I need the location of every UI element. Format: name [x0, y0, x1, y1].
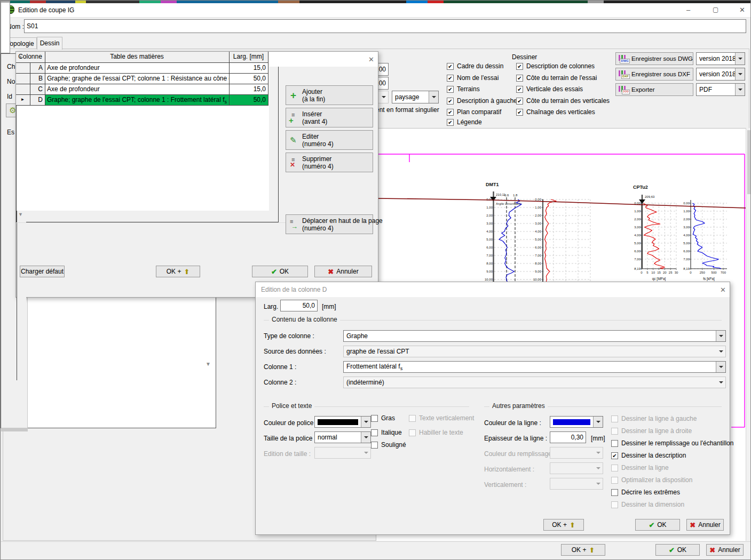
dialog1-annuler-button-x-icon: ✖ [328, 268, 334, 276]
side-button-editer[interactable]: ✎Editer(numéro 4) [286, 130, 373, 150]
field-combo-1[interactable]: graphe de l'essai CPT [343, 346, 726, 357]
dialog2-close-icon[interactable]: ✕ [720, 286, 726, 294]
orientation-combo-dropdown-icon [429, 91, 438, 103]
export-format-combo-0[interactable]: version 2018 [696, 52, 745, 65]
table-scrollbar[interactable]: ▲▼ [17, 211, 26, 380]
svg-text:3,00: 3,00 [486, 222, 493, 225]
side-button-deplacer[interactable]: ≡→Déplacer en haut de la page(numéro 4) [286, 214, 373, 234]
field-combo-2[interactable]: Frottement latéral fs [343, 361, 726, 373]
autres-combo-3-dropdown-icon [594, 463, 603, 474]
police-group-title: Police et texte [269, 402, 314, 410]
dialog1-ok-button[interactable]: ✔OK [252, 266, 308, 277]
svg-text:6,00: 6,00 [486, 246, 493, 249]
charger-defaut-button[interactable]: Charger défaut [20, 266, 65, 277]
dessiner-opt-2-checkbox[interactable] [611, 440, 618, 447]
dessiner-opt-3-checkbox[interactable]: ✔ [611, 452, 618, 459]
dessiner-1-checkbox[interactable]: ✔ [447, 75, 454, 82]
row-width-cell[interactable]: 50,0 [230, 95, 268, 106]
larg-input[interactable] [280, 300, 318, 311]
svg-text:7,00: 7,00 [486, 254, 493, 257]
svg-text:9,00: 9,00 [535, 270, 541, 273]
autres-group-title: Autres paramètres [489, 402, 548, 410]
table-scroll-up-icon[interactable]: ▲ [18, 54, 23, 59]
export-button-0[interactable]: DWGEnregistrer sous DWG [615, 52, 693, 65]
row-width-cell[interactable]: 15,0 [230, 63, 268, 74]
dialog1-close-icon[interactable]: ✕ [368, 55, 374, 63]
svg-text:8,00: 8,00 [535, 262, 541, 265]
svg-text:4,00: 4,00 [486, 230, 493, 233]
row-marker-cell [16, 84, 30, 95]
main-okplus-button-label: OK + [572, 546, 587, 554]
row-desc-cell[interactable]: Axe de profondeur [45, 84, 230, 95]
autres-combo-4-dropdown-icon [594, 478, 603, 489]
export-button-1[interactable]: DXFEnregistrer sous DXF [615, 68, 693, 81]
list-plus-icon: ≡+ [289, 112, 299, 124]
tab-dessin[interactable]: Dessin [37, 37, 62, 50]
couleur-ligne-combo[interactable] [550, 416, 603, 428]
main-ok-button[interactable]: ✔OK [655, 544, 700, 556]
couleur-police-combo[interactable] [314, 416, 371, 428]
svg-text:0,6: 0,6 [504, 194, 509, 197]
style-souligné-checkbox[interactable] [371, 442, 378, 449]
export-button-label: Enregistrer sous DWG [631, 55, 693, 62]
row-width-cell[interactable]: 15,0 [230, 84, 268, 95]
dessiner-0-checkbox[interactable]: ✔ [447, 63, 454, 70]
export-button-2[interactable]: ???Exporter [615, 83, 693, 96]
side-button-label: Déplacer en haut de la page(numéro 4) [302, 217, 383, 232]
svg-text:5,00: 5,00 [535, 238, 541, 241]
svg-text:0: 0 [690, 271, 692, 274]
row-letter-cell: B [30, 74, 45, 84]
orientation-combo[interactable]: paysage [392, 91, 439, 103]
side-button-inserer[interactable]: ≡+Insérer(avant 4) [286, 108, 373, 127]
dessiner-2-checkbox[interactable]: ✔ [447, 86, 454, 93]
side-button-supprimer[interactable]: ≡✕Supprimer(numéro 4) [286, 153, 373, 172]
dialog2-title: Edition de la colonne D [261, 286, 327, 293]
dialog1-okplus-button[interactable]: OK +⬆ [156, 266, 200, 277]
style-italique-checkbox[interactable] [371, 429, 378, 436]
taille-police-combo[interactable]: normal [314, 431, 371, 443]
couleur-ligne-combo-dropdown-icon [593, 417, 603, 427]
edition-taille-combo [314, 447, 371, 459]
side-button-ajouter[interactable]: +Ajouter(à la fin) [286, 85, 373, 105]
dialog2-ok-button[interactable]: ✔OK [635, 519, 680, 531]
dessiner-b-3-checkbox[interactable]: ✔ [516, 98, 523, 105]
dialog2-annuler-button[interactable]: ✖Annuler [686, 519, 724, 531]
dessiner-b-2-checkbox[interactable]: ✔ [516, 86, 523, 93]
svg-text:30: 30 [675, 271, 678, 274]
canvas-scrollbar[interactable] [746, 128, 751, 541]
row-desc-cell[interactable]: Graphe; graphe de l'essai CPT; colonne 1… [45, 74, 230, 84]
dessiner-4-checkbox[interactable]: ✔ [447, 109, 454, 116]
dialog1-annuler-button[interactable]: ✖Annuler [314, 266, 372, 277]
row-desc-cell[interactable]: Graphe; graphe de l'essai CPT; colonne 1… [45, 95, 230, 106]
export-format-combo-1-dropdown-icon [735, 68, 745, 80]
field-combo-3[interactable]: (indéterminé) [343, 377, 726, 388]
dessiner-b-1-checkbox[interactable]: ✔ [516, 75, 523, 82]
svg-text:5,00: 5,00 [486, 238, 493, 241]
dessiner-b-0-checkbox[interactable]: ✔ [516, 63, 523, 70]
dessiner-3-checkbox[interactable]: ✔ [447, 98, 454, 105]
dessiner-5-checkbox[interactable]: ✔ [447, 119, 454, 126]
list-scroll-down-icon[interactable]: ▼ [205, 361, 211, 367]
epaisseur-ligne-input[interactable] [550, 431, 586, 443]
dessiner-opt-6-checkbox[interactable] [611, 489, 618, 496]
svg-text:4,00: 4,00 [535, 230, 541, 233]
style-gras-checkbox[interactable] [371, 415, 378, 422]
row-desc-cell[interactable]: Axe de profondeur [45, 63, 230, 74]
dessiner-b-4-checkbox[interactable]: ✔ [516, 109, 523, 116]
export-format-combo-1[interactable]: version 2018 [696, 68, 745, 81]
main-okplus-button[interactable]: OK +⬆ [561, 544, 605, 556]
row-width-cell[interactable]: 50,0 [230, 74, 268, 84]
row-letter-cell: A [30, 63, 45, 74]
dialog2-okplus-button[interactable]: OK +⬆ [543, 519, 584, 531]
export-format-combo-2[interactable]: PDF [696, 83, 745, 96]
export-button-label: Exporter [631, 86, 654, 93]
canvas-scrollbar-thumb[interactable] [747, 130, 751, 194]
svg-text:3,00: 3,00 [683, 226, 690, 229]
cross-icon: ≡✕ [289, 157, 299, 169]
export-button-label: Enregistrer sous DXF [631, 71, 690, 77]
main-annuler-button[interactable]: ✖Annuler [706, 544, 744, 556]
table-scroll-down-icon[interactable]: ▼ [18, 212, 23, 217]
field-combo-0[interactable]: Graphe [343, 330, 726, 342]
couleur-police-label: Couleur de police : [264, 419, 317, 427]
dialog2-annuler-button-x-icon: ✖ [690, 521, 695, 529]
